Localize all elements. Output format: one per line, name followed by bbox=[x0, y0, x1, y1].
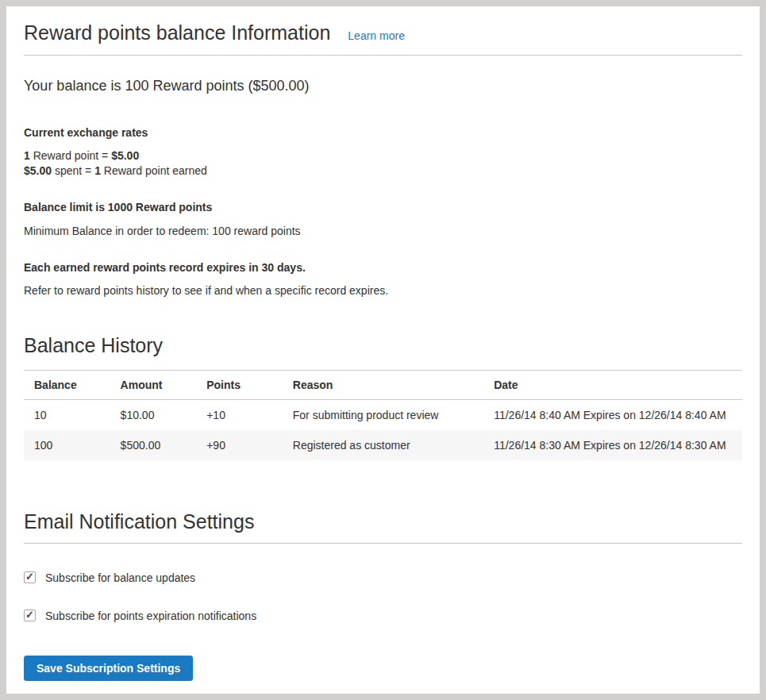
cell-points: +90 bbox=[196, 430, 283, 460]
spend-points-value: 1 bbox=[94, 164, 101, 177]
balance-history-title: Balance History bbox=[24, 333, 742, 357]
rate-money-value: $5.00 bbox=[111, 149, 139, 162]
expiry-rule-text: Each earned reward points record expires… bbox=[24, 260, 742, 275]
save-subscription-settings-button[interactable]: Save Subscription Settings bbox=[24, 656, 193, 681]
balance-limit-text: Balance limit is 1000 Reward points bbox=[24, 200, 742, 215]
cell-date: 11/26/14 8:30 AM Expires on 12/26/14 8:3… bbox=[483, 430, 742, 460]
table-row: 100 $500.00 +90 Registered as customer 1… bbox=[24, 430, 742, 460]
cell-points: +10 bbox=[196, 399, 283, 430]
table-header-row: Balance Amount Points Reason Date bbox=[24, 370, 742, 399]
expiration-notifications-option: Subscribe for points expiration notifica… bbox=[24, 610, 742, 622]
column-header-points: Points bbox=[196, 370, 283, 399]
spend-line-text: spent = bbox=[52, 164, 94, 177]
column-header-amount: Amount bbox=[110, 370, 197, 399]
email-settings-header: Email Notification Settings bbox=[24, 510, 742, 544]
cell-balance: 100 bbox=[24, 430, 110, 460]
page-background: { "page": { "title": "Reward points bala… bbox=[0, 0, 766, 700]
expiration-notifications-checkbox[interactable] bbox=[24, 610, 36, 621]
cell-reason: For submitting product review bbox=[283, 399, 483, 430]
balance-summary: Your balance is 100 Reward points ($500.… bbox=[24, 78, 742, 95]
rate-line-text: Reward point = bbox=[30, 149, 111, 162]
column-header-date: Date bbox=[483, 370, 742, 399]
rate-points-value: 1 bbox=[24, 149, 30, 162]
learn-more-link[interactable]: Learn more bbox=[348, 29, 405, 42]
rate-line-earn: 1 Reward point = $5.00 bbox=[24, 149, 139, 162]
column-header-balance: Balance bbox=[24, 370, 110, 399]
exchange-rate-lines: 1 Reward point = $5.00 $5.00 spent = 1 R… bbox=[24, 148, 742, 179]
cell-amount: $10.00 bbox=[110, 399, 197, 430]
cell-balance: 10 bbox=[24, 399, 110, 430]
email-settings-title: Email Notification Settings bbox=[24, 510, 254, 533]
cell-amount: $500.00 bbox=[110, 430, 197, 460]
table-row: 10 $10.00 +10 For submitting product rev… bbox=[24, 399, 742, 430]
page-header: Reward points balance Information Learn … bbox=[24, 21, 742, 56]
expiration-notifications-label[interactable]: Subscribe for points expiration notifica… bbox=[45, 610, 256, 622]
expiry-note-text: Refer to reward points history to see if… bbox=[24, 283, 742, 298]
balance-updates-option: Subscribe for balance updates bbox=[24, 571, 742, 584]
cell-date: 11/26/14 8:40 AM Expires on 12/26/14 8:4… bbox=[483, 399, 742, 430]
balance-history-table: Balance Amount Points Reason Date 10 $10… bbox=[24, 370, 742, 460]
spend-money-value: $5.00 bbox=[24, 164, 52, 177]
page-title: Reward points balance Information bbox=[24, 21, 330, 44]
rate-line-spend: $5.00 spent = 1 Reward point earned bbox=[24, 164, 207, 177]
cell-reason: Registered as customer bbox=[283, 430, 483, 460]
minimum-balance-text: Minimum Balance in order to redeem: 100 … bbox=[24, 224, 742, 239]
balance-updates-label[interactable]: Subscribe for balance updates bbox=[45, 571, 195, 584]
spend-line-suffix: Reward point earned bbox=[101, 164, 207, 177]
column-header-reason: Reason bbox=[283, 370, 483, 399]
exchange-rates-heading: Current exchange rates bbox=[24, 125, 742, 140]
reward-points-card: Reward points balance Information Learn … bbox=[6, 6, 760, 694]
balance-updates-checkbox[interactable] bbox=[24, 571, 36, 583]
